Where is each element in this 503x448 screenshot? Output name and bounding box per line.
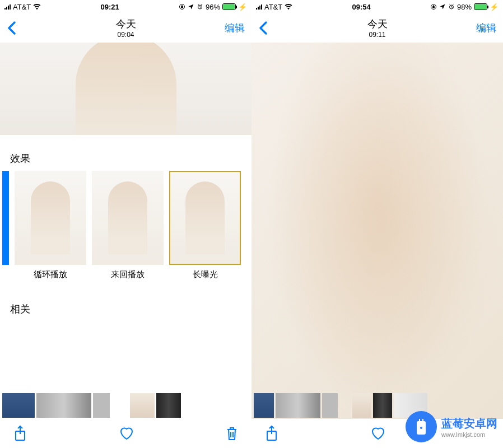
svg-rect-1	[181, 7, 183, 8]
effect-bounce[interactable]: 来回播放	[92, 171, 164, 280]
back-button[interactable]	[7, 20, 17, 36]
effect-long-exposure[interactable]: 长曝光	[169, 171, 241, 280]
battery-percent: 98%	[457, 3, 472, 11]
filmstrip-thumb[interactable]	[373, 393, 392, 418]
filmstrip-thumb[interactable]	[2, 393, 35, 418]
status-time: 09:54	[352, 3, 370, 11]
lock-icon	[430, 3, 437, 10]
alarm-icon	[197, 3, 203, 10]
nav-subtitle: 09:04	[116, 31, 136, 39]
filmstrip-thumb[interactable]	[156, 393, 181, 418]
nav-title: 今天	[116, 17, 136, 31]
carrier-label: AT&T	[264, 3, 282, 11]
edit-button[interactable]: 编辑	[225, 21, 245, 35]
watermark-title: 蓝莓安卓网	[441, 416, 497, 431]
share-icon[interactable]	[265, 425, 278, 442]
svg-rect-11	[422, 419, 423, 422]
battery-percent: 96%	[206, 3, 220, 11]
filmstrip-thumb[interactable]	[276, 393, 320, 418]
signal-icon	[4, 4, 11, 10]
watermark-url: www.lmkjst.com	[441, 431, 485, 438]
screen-left: AT&T 09:21 96% ⚡ 今天 09:04 编辑 效果 循环播放	[0, 0, 252, 448]
filmstrip-thumb[interactable]	[352, 393, 371, 418]
effect-label-long-exposure: 长曝光	[193, 269, 218, 280]
location-icon	[188, 3, 194, 10]
signal-icon	[256, 4, 262, 10]
location-icon	[439, 3, 446, 10]
battery-icon	[474, 3, 487, 10]
trash-icon[interactable]	[226, 426, 238, 441]
status-bar: AT&T 09:21 96% ⚡	[0, 0, 252, 13]
heart-icon[interactable]	[370, 426, 386, 441]
nav-bar: 今天 09:11 编辑	[252, 13, 503, 43]
filmstrip-thumb[interactable]	[93, 393, 110, 418]
filmstrip[interactable]	[0, 392, 252, 419]
long-exposure-photo[interactable]	[252, 43, 503, 448]
alarm-icon	[448, 3, 455, 10]
effects-label: 效果	[0, 135, 252, 171]
filmstrip-thumb[interactable]	[36, 393, 91, 418]
filmstrip-thumb[interactable]	[322, 393, 338, 418]
effect-thumb-bounce[interactable]	[92, 171, 164, 265]
bottom-toolbar	[0, 419, 252, 448]
share-icon[interactable]	[13, 425, 27, 442]
svg-rect-10	[419, 419, 420, 422]
status-bar: AT&T 09:54 98% ⚡	[252, 0, 503, 13]
effect-thumb-long-exposure[interactable]	[169, 171, 241, 265]
watermark-logo-icon	[406, 411, 437, 442]
charging-icon: ⚡	[490, 3, 499, 11]
effect-label-bounce: 来回播放	[111, 269, 145, 280]
svg-rect-5	[432, 7, 434, 8]
screen-right: AT&T 09:54 98% ⚡ 今天 09:11 编辑	[252, 0, 503, 448]
back-button[interactable]	[258, 20, 268, 36]
charging-icon: ⚡	[238, 3, 247, 11]
wifi-icon	[285, 3, 292, 11]
svg-point-9	[420, 427, 422, 429]
edit-button[interactable]: 编辑	[476, 21, 496, 35]
status-time: 09:21	[100, 3, 119, 11]
nav-title: 今天	[367, 17, 388, 31]
effect-loop[interactable]: 循环播放	[15, 171, 86, 280]
watermark: 蓝莓安卓网 www.lmkjst.com	[406, 411, 497, 442]
nav-bar: 今天 09:04 编辑	[0, 13, 252, 43]
effects-row: 循环播放 来回播放 长曝光	[0, 171, 252, 280]
carrier-label: AT&T	[13, 3, 31, 11]
nav-subtitle: 09:11	[367, 31, 388, 39]
battery-icon	[222, 3, 236, 10]
main-photo[interactable]	[0, 43, 252, 135]
effect-thumb-loop[interactable]	[15, 171, 86, 265]
heart-icon[interactable]	[119, 426, 134, 441]
wifi-icon	[33, 3, 41, 11]
filmstrip-thumb[interactable]	[254, 393, 274, 418]
effect-label-loop: 循环播放	[34, 269, 67, 280]
filmstrip-thumb[interactable]	[130, 393, 155, 418]
related-label: 相关	[0, 280, 252, 321]
lock-icon	[179, 3, 185, 10]
